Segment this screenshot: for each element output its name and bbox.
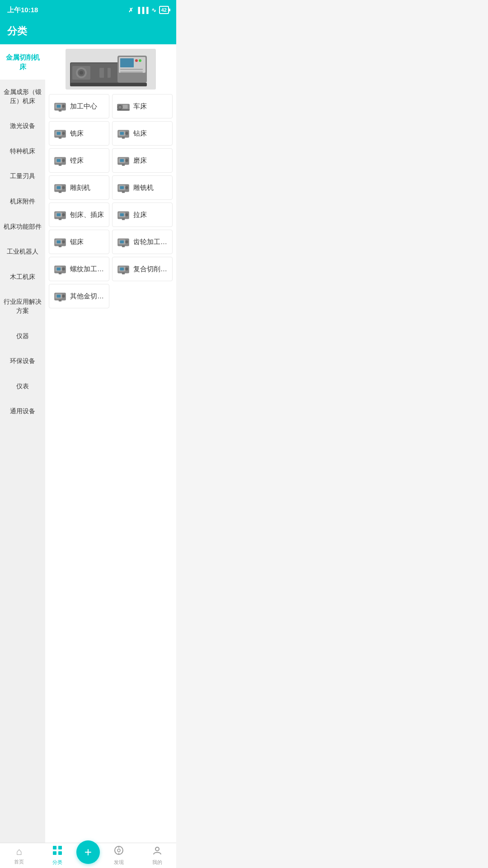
svg-rect-74 — [120, 241, 124, 243]
nav-home-label: 首页 — [14, 859, 24, 865]
lathe-icon — [116, 99, 131, 113]
nav-home[interactable]: ⌂ 首页 — [0, 846, 38, 865]
svg-rect-29 — [57, 132, 61, 135]
svg-rect-46 — [122, 164, 125, 165]
svg-rect-71 — [59, 245, 61, 247]
svg-rect-79 — [57, 268, 61, 270]
svg-rect-31 — [59, 137, 61, 138]
milling-label: 铣床 — [70, 129, 84, 138]
svg-rect-94 — [53, 851, 56, 855]
svg-point-90 — [62, 295, 65, 297]
sidebar-item-tools[interactable]: 工量刃具 — [0, 164, 45, 189]
svg-rect-26 — [117, 109, 130, 110]
svg-point-40 — [62, 159, 65, 162]
drilling-icon — [116, 126, 131, 141]
svg-point-97 — [117, 849, 120, 852]
sidebar-item-special[interactable]: 特种机床 — [0, 139, 45, 164]
svg-rect-66 — [122, 218, 125, 220]
svg-rect-95 — [58, 851, 62, 855]
planing-icon — [53, 208, 67, 222]
gear-label: 齿轮加工… — [133, 238, 167, 246]
svg-rect-84 — [120, 268, 124, 270]
other-icon — [53, 289, 67, 303]
svg-point-35 — [125, 132, 128, 135]
category-engraving-milling[interactable]: 雕铣机 — [112, 175, 173, 200]
svg-point-60 — [62, 213, 65, 216]
home-icon: ⌂ — [16, 846, 22, 858]
category-other[interactable]: 其他金切… — [49, 284, 109, 308]
nav-category-label: 分类 — [52, 859, 62, 866]
nav-mine[interactable]: 我的 — [138, 845, 177, 866]
svg-point-75 — [125, 241, 128, 243]
category-engraving[interactable]: 雕刻机 — [49, 175, 109, 200]
machining-center-icon — [53, 99, 67, 113]
sidebar-item-robot[interactable]: 工业机器人 — [0, 239, 45, 264]
sidebar-item-instruments[interactable]: 仪器 — [0, 324, 45, 349]
milling-icon — [53, 126, 67, 141]
nav-mine-label: 我的 — [152, 859, 162, 866]
status-bar: 上午10:18 ✗ ▐▐▐ ∿ 42 — [0, 0, 176, 20]
svg-rect-92 — [53, 846, 56, 849]
grinding-label: 磨床 — [133, 156, 147, 165]
drilling-label: 钻床 — [133, 129, 147, 138]
featured-machine-image — [66, 49, 156, 90]
category-broaching[interactable]: 拉床 — [112, 203, 173, 227]
sidebar-item-functional[interactable]: 机床功能部件 — [0, 214, 45, 240]
svg-point-85 — [125, 268, 128, 270]
category-thread[interactable]: 螺纹加工… — [49, 257, 109, 281]
svg-rect-5 — [120, 58, 134, 67]
machining-center-label: 加工中心 — [70, 102, 97, 111]
svg-rect-93 — [58, 846, 62, 849]
sidebar-item-accessories[interactable]: 机床附件 — [0, 189, 45, 214]
svg-point-55 — [125, 186, 128, 189]
status-icons: ✗ ▐▐▐ ∿ 42 — [128, 6, 169, 14]
featured-image-container — [49, 49, 173, 90]
category-drilling[interactable]: 钻床 — [112, 121, 173, 146]
svg-point-70 — [62, 241, 65, 243]
compound-label: 复合切削… — [133, 265, 167, 274]
category-boring[interactable]: 镗床 — [49, 148, 109, 173]
svg-rect-34 — [120, 132, 124, 135]
sawing-icon — [53, 235, 67, 249]
category-machining-center[interactable]: 加工中心 — [49, 94, 109, 118]
category-planing[interactable]: 刨床、插床 — [49, 203, 109, 227]
svg-point-14 — [80, 71, 83, 75]
svg-rect-8 — [120, 69, 143, 70]
sidebar-item-industry[interactable]: 行业应用解决方案 — [0, 289, 45, 323]
sawing-label: 锯床 — [70, 238, 84, 246]
svg-rect-51 — [59, 191, 61, 193]
sidebar-item-environmental[interactable]: 环保设备 — [0, 349, 45, 374]
category-sawing[interactable]: 锯床 — [49, 230, 109, 254]
sidebar-item-laser[interactable]: 激光设备 — [0, 113, 45, 139]
main-content: 金属切削机床 金属成形（锻压）机床 激光设备 特种机床 工量刃具 机床附件 机床… — [0, 44, 176, 843]
svg-point-30 — [62, 132, 65, 135]
svg-point-50 — [62, 186, 65, 189]
nav-category[interactable]: 分类 — [38, 845, 77, 866]
sidebar-item-metal-cutting[interactable]: 金属切削机床 — [0, 44, 45, 80]
svg-rect-61 — [59, 218, 61, 220]
category-gear[interactable]: 齿轮加工… — [112, 230, 173, 254]
category-lathe[interactable]: 车床 — [112, 94, 173, 118]
sidebar-item-meters[interactable]: 仪表 — [0, 374, 45, 399]
category-milling[interactable]: 铣床 — [49, 121, 109, 146]
engraving-icon — [53, 180, 67, 195]
category-compound[interactable]: 复合切削… — [112, 257, 173, 281]
svg-rect-16 — [104, 66, 108, 80]
wifi-icon: ∿ — [151, 7, 156, 14]
broaching-label: 拉床 — [133, 211, 147, 219]
sidebar-item-woodworking[interactable]: 木工机床 — [0, 264, 45, 290]
status-time: 上午10:18 — [7, 6, 38, 14]
sidebar-item-metal-forming[interactable]: 金属成形（锻压）机床 — [0, 80, 45, 113]
compound-icon — [116, 262, 131, 276]
svg-rect-19 — [57, 105, 61, 108]
page-title: 分类 — [7, 24, 169, 38]
category-grinding[interactable]: 磨床 — [112, 148, 173, 173]
sidebar-item-general[interactable]: 通用设备 — [0, 399, 45, 424]
category-grid: 加工中心 车床 — [49, 94, 173, 281]
thread-label: 螺纹加工… — [70, 265, 104, 274]
svg-rect-54 — [120, 186, 124, 189]
nav-discover[interactable]: 发现 — [100, 845, 138, 866]
svg-point-80 — [62, 268, 65, 270]
svg-rect-89 — [57, 295, 61, 297]
nav-add-button[interactable]: + — [76, 840, 100, 864]
